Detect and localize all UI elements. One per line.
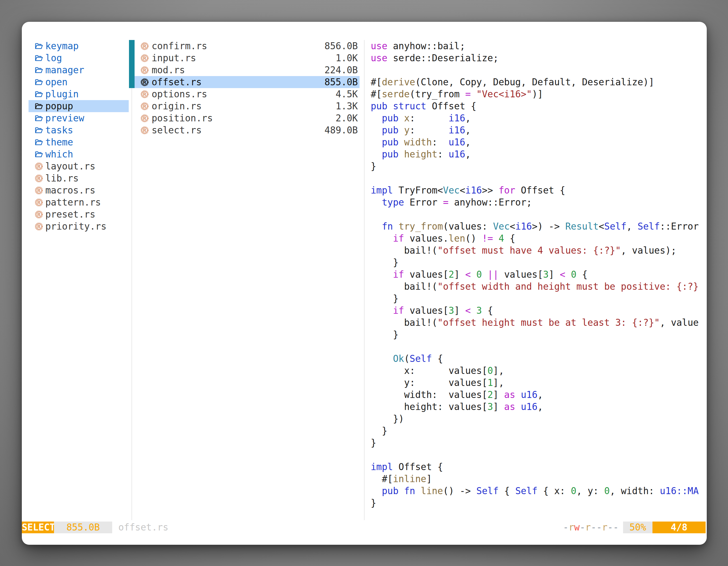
item-label: theme: [45, 137, 73, 148]
file-name: options.rs: [152, 89, 207, 100]
rust-file-icon: R: [34, 222, 44, 231]
file-row-mod-rs[interactable]: Rmod.rs224.0B: [135, 64, 360, 76]
file-row-select-rs[interactable]: Rselect.rs489.0B: [135, 124, 360, 136]
sidebar-item-which[interactable]: which: [29, 148, 129, 160]
folder-open-icon: [34, 53, 44, 63]
sidebar-item-preview[interactable]: preview: [29, 112, 129, 124]
svg-text:R: R: [143, 67, 146, 73]
folder-open-icon: [34, 78, 44, 87]
file-name: confirm.rs: [152, 41, 207, 51]
rust-file-icon: R: [140, 126, 149, 135]
code-line: [371, 340, 707, 353]
svg-text:R: R: [143, 104, 146, 109]
svg-text:R: R: [143, 116, 146, 121]
file-size: 855.0B: [325, 77, 358, 88]
code-line: fn try_from(values: Vec<i16>) -> Result<…: [371, 220, 707, 233]
code-line: width: values[2] as u16,: [371, 389, 707, 401]
code-line: pub x: i16,: [371, 112, 707, 124]
file-preview-pane: use anyhow::bail;use serde::Deserialize;…: [371, 40, 707, 509]
code-line: Ok(Self {: [371, 353, 707, 365]
item-label: tasks: [45, 125, 73, 136]
file-name: offset.rs: [152, 77, 202, 88]
code-line: pub fn line() -> Self { Self { x: 0, y: …: [371, 485, 707, 497]
code-line: }: [371, 497, 707, 509]
file-row-offset-rs[interactable]: Roffset.rs855.0B: [135, 76, 360, 88]
sidebar-item-manager[interactable]: manager: [29, 64, 129, 76]
code-line: if values.len() != 4 {: [371, 233, 707, 245]
rust-file-icon: R: [34, 162, 44, 171]
file-row-position-rs[interactable]: Rposition.rs2.0K: [135, 112, 360, 124]
svg-text:R: R: [37, 224, 41, 229]
code-line: }: [371, 292, 707, 304]
rust-file-icon: R: [34, 186, 44, 195]
svg-text:R: R: [143, 43, 146, 49]
folder-open-icon: [34, 138, 44, 147]
file-manager-window: keymaplogmanageropenpluginpopuppreviewta…: [22, 22, 707, 545]
pane-separator-right: [364, 40, 365, 520]
code-line: }: [371, 257, 707, 269]
sidebar-item-layout-rs[interactable]: Rlayout.rs: [29, 160, 129, 172]
file-row-options-rs[interactable]: Roptions.rs4.5K: [135, 88, 360, 100]
sidebar-item-open[interactable]: open: [29, 76, 129, 88]
code-line: pub y: i16,: [371, 124, 707, 136]
file-size: 4.5K: [336, 89, 358, 100]
file-name: select.rs: [152, 125, 202, 136]
rust-file-icon: R: [140, 90, 149, 99]
item-label: log: [45, 53, 62, 64]
svg-text:R: R: [143, 91, 146, 97]
sidebar-item-priority-rs[interactable]: Rpriority.rs: [29, 220, 129, 233]
cursor-position-badge: 4/8: [652, 522, 706, 533]
file-row-origin-rs[interactable]: Rorigin.rs1.3K: [135, 100, 360, 112]
sidebar-item-theme[interactable]: theme: [29, 136, 129, 148]
code-line: if values[3] < 3 {: [371, 304, 707, 316]
code-line: type Error = anyhow::Error;: [371, 196, 707, 208]
code-line: y: values[1],: [371, 377, 707, 389]
sidebar-item-macros-rs[interactable]: Rmacros.rs: [29, 184, 129, 196]
item-label: open: [45, 77, 67, 88]
folder-open-icon: [34, 126, 44, 135]
code-line: }: [371, 425, 707, 437]
file-row-input-rs[interactable]: Rinput.rs1.0K: [135, 52, 360, 64]
code-line: impl TryFrom<Vec<i16>> for Offset {: [371, 184, 707, 196]
svg-text:R: R: [37, 176, 41, 181]
item-label: macros.rs: [45, 185, 95, 196]
folder-open-icon: [34, 90, 44, 99]
rust-file-icon: R: [34, 210, 44, 219]
folder-open-icon: [34, 114, 44, 123]
item-label: plugin: [45, 89, 79, 100]
item-label: lib.rs: [45, 173, 79, 184]
sidebar-item-log[interactable]: log: [29, 52, 129, 64]
folder-open-icon: [34, 41, 44, 51]
item-label: popup: [45, 101, 73, 112]
svg-text:R: R: [37, 200, 41, 205]
middle-pane-scrollbar[interactable]: [129, 40, 135, 88]
item-label: preview: [45, 113, 84, 124]
rust-file-icon: R: [34, 174, 44, 183]
item-label: which: [45, 149, 73, 160]
code-line: #[serde(try_from = "Vec<i16>")]: [371, 88, 707, 100]
code-line: [371, 208, 707, 220]
status-filename: offset.rs: [118, 522, 168, 533]
sidebar-item-tasks[interactable]: tasks: [29, 124, 129, 136]
rust-file-icon: R: [140, 114, 149, 123]
rust-file-icon: R: [34, 198, 44, 207]
file-row-confirm-rs[interactable]: Rconfirm.rs856.0B: [135, 40, 360, 52]
code-line: pub struct Offset {: [371, 100, 707, 112]
code-line: x: values[0],: [371, 365, 707, 377]
code-line: bail!("offset must have 4 values: {:?}",…: [371, 245, 707, 257]
folder-open-icon: [34, 65, 44, 75]
rust-file-icon: R: [140, 78, 149, 87]
sidebar-item-keymap[interactable]: keymap: [29, 40, 129, 52]
svg-text:R: R: [37, 164, 41, 169]
rust-file-icon: R: [140, 65, 149, 75]
item-label: manager: [45, 65, 84, 76]
file-size-badge: 855.0B: [54, 522, 112, 533]
sidebar-item-plugin[interactable]: plugin: [29, 88, 129, 100]
sidebar-item-preset-rs[interactable]: Rpreset.rs: [29, 208, 129, 220]
item-label: pattern.rs: [45, 197, 101, 208]
sidebar-item-popup[interactable]: popup: [29, 100, 129, 112]
code-line: [371, 64, 707, 76]
sidebar-item-pattern-rs[interactable]: Rpattern.rs: [29, 196, 129, 208]
sidebar-item-lib-rs[interactable]: Rlib.rs: [29, 172, 129, 184]
file-size: 489.0B: [325, 125, 358, 136]
